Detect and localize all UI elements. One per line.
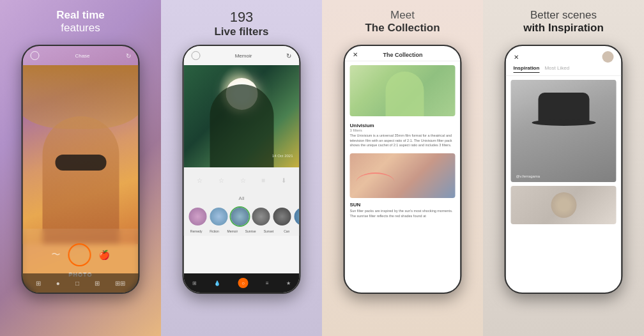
filter-memoir[interactable] (231, 208, 249, 225)
item2-name: SUN (345, 201, 461, 208)
collection-item1-text: Univisium 3 filters The Univisium is a u… (345, 120, 461, 151)
grid3-icon: ⊞ (192, 280, 197, 286)
wave-icon: 〜 (52, 249, 61, 261)
sunglasses (55, 155, 106, 171)
tab-mostliked[interactable]: Most Liked (544, 65, 569, 73)
filter-name-sunset: Sunset (261, 229, 276, 233)
close2-icon[interactable]: ✕ (514, 54, 519, 61)
phone2-bottom-bar: ⊞ 💧 ○ ≡ ★ (184, 273, 300, 293)
filter-count: 193 (161, 9, 322, 26)
panel-livefilters: 193 Live filters Memoir ↻ 14 Oct 2021 ☆ … (161, 0, 322, 336)
filter-name-memoir: Memoir (225, 229, 240, 233)
star3-icon: ☆ (240, 177, 246, 184)
panel-1-header: Real time features (0, 9, 161, 34)
phone1-screen: Chase ↻ 〜 🍎 PHOTO ⊞ ● □ (23, 46, 139, 293)
bridge-icon (356, 172, 395, 192)
phone4-screen: ✕ Inspiration Most Liked @v.ferragama (506, 46, 622, 293)
tab-inspiration[interactable]: Inspiration (514, 65, 540, 73)
layers-icon: ≡ (261, 177, 265, 184)
collection-person-1 (385, 72, 424, 116)
spacer: ✕ (448, 52, 452, 57)
item1-desc: The Univisium is a universal 35mm film f… (350, 134, 456, 148)
apple-icon: 🍎 (99, 250, 110, 260)
shutter-circle[interactable] (68, 243, 91, 266)
square-icon: □ (75, 280, 79, 287)
apps-icon: ⊞⊞ (115, 280, 125, 287)
collection-image-2 (350, 153, 456, 198)
item1-count: 3 filters (350, 128, 456, 132)
star1-icon: ☆ (197, 177, 203, 184)
camera-circle-2-icon (192, 51, 201, 60)
panel-collection: Meet The Collection ✕ The Collection ✕ U… (322, 0, 483, 336)
filter-sunset[interactable] (273, 208, 291, 225)
phone3-title: The Collection (383, 52, 422, 58)
panel-3-header: Meet The Collection (322, 9, 483, 34)
layers2-icon: ≡ (266, 280, 269, 286)
filter-name-fiction: Fiction (207, 229, 222, 233)
phone4-topbar: ✕ (506, 46, 622, 65)
star2-icon: ☆ (218, 177, 224, 184)
panel-1-title-line2: features (0, 22, 161, 34)
download-icon: ⬇ (281, 177, 286, 184)
panel-4-header: Better scenes with Inspiration (483, 9, 644, 34)
phone-mockup-4: ✕ Inspiration Most Liked @v.ferragama (505, 45, 623, 294)
bun-head (551, 192, 576, 218)
hat-brim (532, 119, 595, 126)
refresh-icon: ↻ (126, 52, 131, 59)
inspiration-label: with Inspiration (483, 22, 644, 34)
filter-name-remedy: Remedy (189, 229, 204, 233)
shutter2-icon[interactable]: ○ (238, 278, 249, 288)
panel-2-header: 193 Live filters (161, 9, 322, 38)
inspiration-photo-2 (511, 186, 617, 224)
phone-mockup-2: Memoir ↻ 14 Oct 2021 ☆ ☆ ☆ ≡ ⬇ All (183, 45, 301, 294)
grid2-icon: ⊞ (95, 280, 100, 287)
phone1-photo (23, 65, 139, 244)
collection-label: The Collection (322, 22, 483, 34)
item2-desc: Sun filter packs are inspired by the sun… (345, 208, 461, 220)
with-label: with (523, 22, 545, 34)
inspiration-photo-1: @v.ferragama (511, 80, 617, 182)
phone2-stars-row: ☆ ☆ ☆ ≡ ⬇ (184, 167, 300, 193)
better-label: Better scenes (483, 9, 644, 22)
photo-date: 14 Oct 2021 (272, 154, 293, 158)
avatar (602, 51, 614, 63)
phone2-screen: Memoir ↻ 14 Oct 2021 ☆ ☆ ☆ ≡ ⬇ All (184, 46, 300, 293)
filter-subtitle: Live filters (161, 26, 322, 38)
close-icon[interactable]: ✕ (353, 51, 358, 58)
grid-icon: ⊞ (36, 280, 41, 287)
phone-mockup-1: Chase ↻ 〜 🍎 PHOTO ⊞ ● □ (22, 45, 140, 294)
dot-icon: ● (56, 280, 60, 287)
phone1-bottom-toolbar: ⊞ ● □ ⊞ ⊞⊞ (23, 273, 139, 293)
phone1-topbar: Chase ↻ (23, 46, 139, 65)
panel-1-title-line1: Real time (0, 9, 161, 22)
filter-remedy[interactable] (189, 208, 207, 225)
phone1-label: Chase (75, 53, 89, 59)
phone4-tabs: Inspiration Most Liked (506, 65, 622, 76)
phone2-photo: 14 Oct 2021 (184, 65, 300, 167)
drop-icon: 💧 (214, 280, 220, 286)
username-label: @v.ferragama (516, 174, 540, 178)
camera-circle-icon (31, 51, 40, 60)
filters-all-label: All (184, 193, 300, 204)
filter-fiction[interactable] (210, 208, 228, 225)
filter-sunrise[interactable] (252, 208, 270, 225)
star4-icon: ★ (286, 280, 291, 286)
phone-mockup-3: ✕ The Collection ✕ Univisium 3 filters T… (344, 45, 462, 294)
item1-name: Univisium (350, 123, 456, 128)
filter-names-row: Remedy Fiction Memoir Sunrise Sunset Can (184, 229, 300, 236)
collection-image-1 (350, 65, 456, 116)
person-silhouette (42, 116, 119, 244)
filter-name-sunrise: Sunrise (243, 229, 257, 233)
phone2-label: Memoir (235, 53, 252, 59)
panel-inspiration: Better scenes with Inspiration ✕ Inspira… (483, 0, 644, 336)
refresh-2-icon: ↻ (286, 52, 291, 59)
filter-name-can: Can (279, 229, 294, 233)
filter-bubbles-row (184, 204, 300, 229)
filter-can[interactable] (295, 208, 300, 225)
phone3-topbar: ✕ The Collection ✕ (345, 46, 461, 61)
meet-label: Meet (322, 9, 483, 22)
insp-label: Inspiration (548, 22, 604, 34)
panel-realtime: Real time features Chase ↻ 〜 🍎 (0, 0, 161, 336)
phone2-topbar: Memoir ↻ (184, 46, 300, 65)
person2 (210, 84, 273, 167)
